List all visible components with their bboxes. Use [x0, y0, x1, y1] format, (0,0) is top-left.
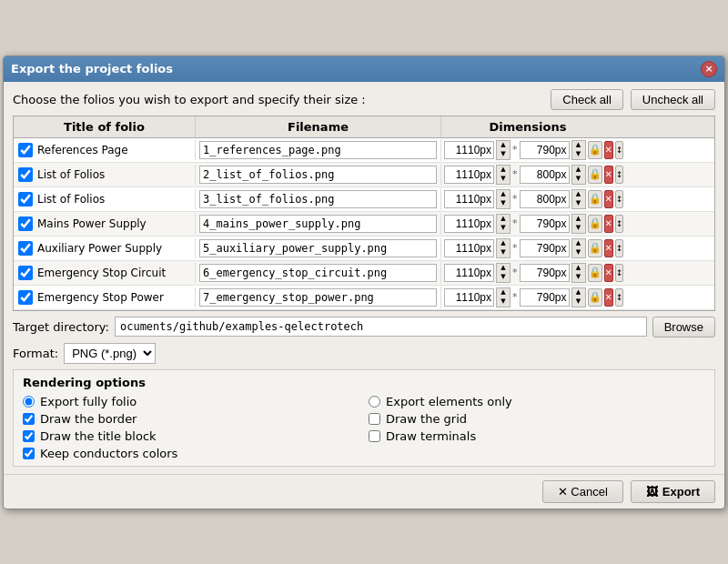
extra-button[interactable]: ↕: [615, 190, 624, 208]
width-spinner[interactable]: ▲ ▼: [496, 165, 511, 185]
width-spinner[interactable]: ▲ ▼: [496, 214, 511, 234]
cancel-button[interactable]: ✕ Cancel: [542, 480, 623, 503]
height-up[interactable]: ▲: [572, 288, 585, 297]
width-down[interactable]: ▼: [497, 150, 510, 159]
width-spinner[interactable]: ▲ ▼: [496, 263, 511, 283]
lock-button[interactable]: 🔒: [588, 264, 602, 282]
height-up[interactable]: ▲: [572, 141, 585, 150]
extra-button[interactable]: ↕: [615, 166, 624, 184]
width-up[interactable]: ▲: [497, 288, 510, 297]
height-up[interactable]: ▲: [572, 215, 585, 224]
height-spinner[interactable]: ▲ ▼: [571, 214, 586, 234]
height-input[interactable]: [520, 215, 570, 233]
height-input[interactable]: [520, 166, 570, 184]
height-down[interactable]: ▼: [572, 248, 585, 257]
width-input[interactable]: [444, 215, 494, 233]
height-input[interactable]: [520, 190, 570, 208]
width-spinner[interactable]: ▲ ▼: [496, 287, 511, 307]
lock-button[interactable]: 🔒: [588, 166, 602, 184]
target-dir-input[interactable]: [115, 317, 647, 337]
row-checkbox[interactable]: [18, 143, 33, 157]
filename-input[interactable]: [199, 239, 437, 257]
row-checkbox[interactable]: [18, 241, 33, 256]
height-up[interactable]: ▲: [572, 239, 585, 248]
filename-input[interactable]: [199, 215, 437, 233]
filename-input[interactable]: [199, 288, 437, 307]
width-up[interactable]: ▲: [497, 141, 510, 150]
height-input[interactable]: [520, 288, 570, 307]
width-input[interactable]: [444, 288, 494, 307]
height-up[interactable]: ▲: [572, 166, 585, 175]
filename-input[interactable]: [199, 264, 437, 282]
width-up[interactable]: ▲: [497, 190, 510, 199]
width-spinner[interactable]: ▲ ▼: [496, 238, 511, 258]
reset-button[interactable]: ✕: [604, 215, 613, 233]
filename-input[interactable]: [199, 190, 437, 208]
height-spinner[interactable]: ▲ ▼: [571, 165, 586, 185]
height-down[interactable]: ▼: [572, 273, 585, 282]
uncheck-all-button[interactable]: Uncheck all: [631, 89, 715, 110]
width-input[interactable]: [444, 264, 494, 282]
width-up[interactable]: ▲: [497, 239, 510, 248]
width-spinner[interactable]: ▲ ▼: [496, 189, 511, 209]
width-input[interactable]: [444, 239, 494, 257]
width-up[interactable]: ▲: [497, 215, 510, 224]
check-all-button[interactable]: Check all: [551, 89, 622, 110]
width-down[interactable]: ▼: [497, 199, 510, 208]
browse-button[interactable]: Browse: [652, 317, 715, 337]
height-down[interactable]: ▼: [572, 297, 585, 307]
width-down[interactable]: ▼: [497, 273, 510, 282]
width-input[interactable]: [444, 166, 494, 184]
export-mode-radio[interactable]: [369, 396, 380, 408]
reset-button[interactable]: ✕: [604, 166, 613, 184]
height-down[interactable]: ▼: [572, 199, 585, 208]
filename-input[interactable]: [199, 141, 437, 159]
reset-button[interactable]: ✕: [604, 239, 613, 257]
close-button[interactable]: ×: [701, 61, 717, 77]
render-checkbox[interactable]: [369, 413, 380, 425]
extra-button[interactable]: ↕: [615, 141, 624, 159]
height-down[interactable]: ▼: [572, 150, 585, 159]
height-spinner[interactable]: ▲ ▼: [571, 287, 586, 307]
width-spinner[interactable]: ▲ ▼: [496, 140, 511, 160]
row-checkbox[interactable]: [18, 167, 33, 182]
row-checkbox[interactable]: [18, 266, 33, 280]
render-checkbox[interactable]: [23, 448, 35, 459]
row-checkbox[interactable]: [18, 290, 33, 305]
lock-button[interactable]: 🔒: [588, 288, 602, 307]
height-up[interactable]: ▲: [572, 264, 585, 273]
width-up[interactable]: ▲: [497, 166, 510, 175]
height-spinner[interactable]: ▲ ▼: [571, 140, 586, 160]
extra-button[interactable]: ↕: [615, 264, 624, 282]
width-down[interactable]: ▼: [497, 248, 510, 257]
reset-button[interactable]: ✕: [604, 141, 613, 159]
row-checkbox[interactable]: [18, 217, 33, 231]
export-button[interactable]: 🖼 Export: [631, 480, 715, 503]
height-down[interactable]: ▼: [572, 175, 585, 184]
render-checkbox[interactable]: [23, 430, 35, 442]
height-input[interactable]: [520, 264, 570, 282]
filename-input[interactable]: [199, 166, 437, 184]
height-input[interactable]: [520, 141, 570, 159]
width-down[interactable]: ▼: [497, 297, 510, 307]
height-spinner[interactable]: ▲ ▼: [571, 189, 586, 209]
reset-button[interactable]: ✕: [604, 190, 613, 208]
export-mode-radio[interactable]: [23, 396, 35, 408]
width-down[interactable]: ▼: [497, 175, 510, 184]
lock-button[interactable]: 🔒: [588, 239, 602, 257]
width-input[interactable]: [444, 141, 494, 159]
render-checkbox[interactable]: [369, 430, 380, 442]
extra-button[interactable]: ↕: [615, 239, 624, 257]
height-up[interactable]: ▲: [572, 190, 585, 199]
height-spinner[interactable]: ▲ ▼: [571, 263, 586, 283]
width-down[interactable]: ▼: [497, 224, 510, 233]
extra-button[interactable]: ↕: [615, 288, 624, 307]
extra-button[interactable]: ↕: [615, 215, 624, 233]
format-select[interactable]: PNG (*.png) SVG (*.svg) PDF (*.pdf): [64, 343, 156, 364]
lock-button[interactable]: 🔒: [588, 215, 602, 233]
height-down[interactable]: ▼: [572, 224, 585, 233]
row-checkbox[interactable]: [18, 192, 33, 206]
lock-button[interactable]: 🔒: [588, 141, 602, 159]
render-checkbox[interactable]: [23, 413, 35, 425]
height-input[interactable]: [520, 239, 570, 257]
